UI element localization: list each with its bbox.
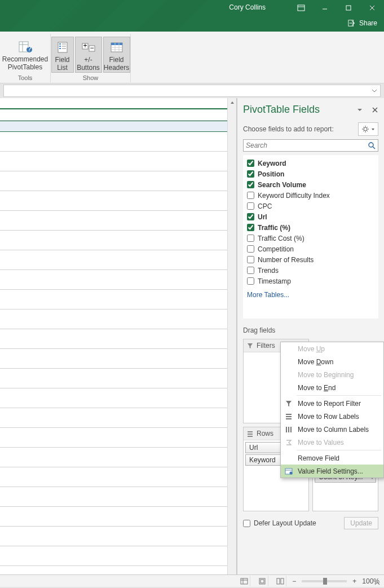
field-checkbox[interactable]	[247, 256, 254, 263]
menu-item[interactable]: Move to Column Labels	[281, 423, 383, 436]
menu-item[interactable]: Move to Row Labels	[281, 410, 383, 423]
cell-row[interactable]	[0, 507, 236, 527]
menu-separator	[297, 395, 381, 396]
formula-bar-expand[interactable]	[370, 86, 379, 95]
minimize-button[interactable]	[313, 0, 337, 16]
account-name[interactable]: Cory Collins	[229, 3, 266, 11]
worksheet-area[interactable]	[0, 98, 237, 574]
field-checkbox[interactable]	[247, 277, 254, 285]
cell-row[interactable]	[0, 546, 236, 566]
cell-row[interactable]	[0, 408, 236, 428]
context-menu: Move UpMove DownMove to BeginningMove to…	[280, 342, 384, 478]
field-item[interactable]: Url	[245, 211, 377, 222]
cell-row[interactable]	[0, 231, 236, 250]
close-button[interactable]	[360, 0, 384, 16]
close-pane-button[interactable]	[372, 107, 378, 113]
defer-layout-checkbox[interactable]: Defer Layout Update	[243, 519, 316, 527]
share-label: Share	[359, 19, 377, 27]
field-checkbox[interactable]	[247, 235, 254, 242]
zoom-out-button[interactable]: −	[292, 577, 296, 585]
scroll-up-button[interactable]	[228, 98, 236, 107]
svg-rect-3	[346, 6, 351, 10]
cell-row[interactable]	[0, 329, 236, 349]
cell-row[interactable]	[0, 388, 236, 408]
menu-item[interactable]: Move to Report Filter	[281, 397, 383, 410]
field-item[interactable]: Position	[245, 169, 377, 179]
menu-item[interactable]: Remove Field	[281, 452, 383, 465]
share-button[interactable]: Share	[348, 19, 377, 27]
layout-options-button[interactable]	[358, 122, 378, 136]
cell-row[interactable]	[0, 310, 236, 329]
field-checkbox[interactable]	[247, 170, 254, 178]
search-fields-box[interactable]	[243, 139, 378, 152]
field-label: Traffic (%)	[258, 224, 290, 232]
field-list-button[interactable]: Field List	[51, 37, 74, 73]
cell-row[interactable]	[0, 121, 236, 132]
field-item[interactable]: Timestamp	[245, 276, 377, 286]
update-button[interactable]: Update	[344, 517, 378, 529]
cell-row[interactable]	[0, 109, 236, 121]
field-item[interactable]: Keyword Difficulty Index	[245, 190, 377, 201]
field-checkbox[interactable]	[247, 202, 254, 210]
cell-row[interactable]	[0, 171, 236, 191]
zoom-in-button[interactable]: +	[352, 577, 356, 585]
cell-row[interactable]	[0, 349, 236, 369]
cell-row[interactable]	[0, 132, 236, 152]
field-checkbox[interactable]	[247, 160, 254, 167]
recommended-pivottables-icon: ?	[17, 39, 33, 55]
gear-icon	[361, 125, 369, 133]
field-checkbox[interactable]	[247, 267, 254, 274]
maximize-button[interactable]	[337, 0, 360, 16]
svg-text:?: ?	[27, 45, 31, 53]
field-checkbox[interactable]	[247, 224, 254, 231]
menu-item[interactable]: Move to End	[281, 381, 383, 394]
cell-row[interactable]	[0, 98, 236, 109]
more-tables-link[interactable]: More Tables...	[245, 286, 377, 303]
cell-row[interactable]	[0, 467, 236, 487]
cols-icon	[284, 425, 293, 434]
field-item[interactable]: Traffic (%)	[245, 222, 377, 233]
collapse-ribbon-button[interactable]	[374, 580, 381, 587]
field-checkbox[interactable]	[247, 245, 254, 253]
field-item[interactable]: Trends	[245, 265, 377, 276]
field-checkbox[interactable]	[247, 181, 254, 188]
cell-row[interactable]	[0, 527, 236, 546]
plus-minus-buttons-button[interactable]: +− +/- Buttons	[75, 37, 102, 73]
cell-row[interactable]	[0, 211, 236, 231]
settings-icon	[284, 467, 293, 476]
cell-row[interactable]	[0, 369, 236, 388]
cell-row[interactable]	[0, 152, 236, 171]
recommended-pivottables-button[interactable]: ? Recommended PivotTables	[4, 37, 47, 73]
field-label: Traffic Cost (%)	[258, 235, 304, 242]
pane-options-button[interactable]	[357, 107, 363, 113]
svg-line-33	[373, 147, 375, 149]
vertical-scrollbar[interactable]	[227, 98, 236, 574]
normal-view-button[interactable]	[238, 576, 250, 586]
cell-row[interactable]	[0, 487, 236, 507]
cell-row[interactable]	[0, 191, 236, 211]
field-item[interactable]: Keyword	[245, 158, 377, 169]
cell-row[interactable]	[0, 428, 236, 448]
svg-rect-50	[261, 580, 264, 583]
field-item[interactable]: CPC	[245, 201, 377, 211]
field-item[interactable]: Number of Results	[245, 254, 377, 265]
field-checkbox[interactable]	[247, 192, 254, 199]
menu-item[interactable]: Move Down	[281, 355, 383, 368]
ribbon-display-options[interactable]	[289, 0, 313, 16]
cell-row[interactable]	[0, 448, 236, 467]
pane-subtitle: Choose fields to add to report:	[243, 125, 334, 133]
search-input[interactable]	[246, 142, 368, 149]
cell-row[interactable]	[0, 270, 236, 290]
field-item[interactable]: Traffic Cost (%)	[245, 233, 377, 244]
menu-item[interactable]: Value Field Settings...	[281, 465, 383, 478]
cell-row[interactable]	[0, 250, 236, 270]
field-item[interactable]: Search Volume	[245, 179, 377, 190]
page-layout-view-button[interactable]	[256, 576, 268, 586]
field-headers-button[interactable]: Field Headers	[103, 37, 130, 73]
field-item[interactable]: Competition	[245, 244, 377, 254]
field-checkbox[interactable]	[247, 213, 254, 220]
cell-row[interactable]	[0, 290, 236, 310]
page-break-view-button[interactable]	[274, 576, 286, 586]
formula-bar[interactable]	[3, 85, 381, 97]
zoom-slider[interactable]	[302, 580, 347, 582]
